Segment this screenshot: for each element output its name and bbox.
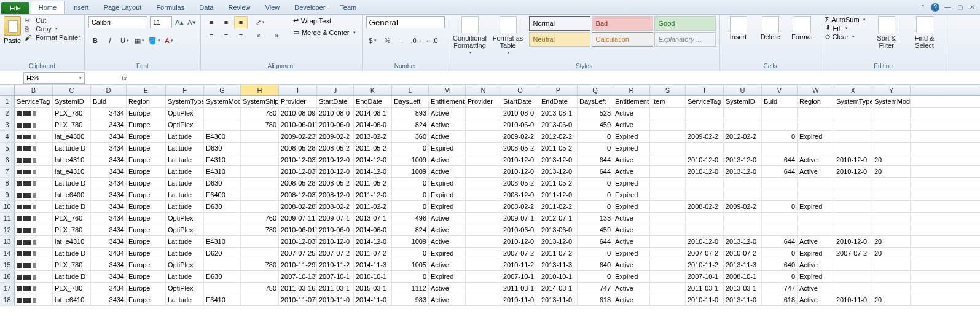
- cell[interactable]: [466, 248, 501, 259]
- cell[interactable]: Latitude: [166, 201, 204, 212]
- cell[interactable]: 20: [872, 154, 911, 165]
- cell[interactable]: [798, 224, 834, 235]
- cell[interactable]: 2010-12-0: [501, 236, 539, 247]
- cell[interactable]: [241, 189, 279, 200]
- cell[interactable]: [724, 119, 762, 130]
- cell[interactable]: 2010-12-0: [317, 236, 354, 247]
- cell[interactable]: PLX_780: [53, 283, 91, 294]
- cell[interactable]: 2013-11-3: [724, 259, 762, 270]
- cell[interactable]: 2009-07-1: [317, 213, 354, 224]
- cell[interactable]: Active: [613, 236, 650, 247]
- cell[interactable]: 747: [578, 283, 613, 294]
- header-cell[interactable]: StartDate: [317, 96, 354, 107]
- border-button[interactable]: ▦▾: [133, 34, 146, 47]
- cell[interactable]: Europe: [127, 201, 166, 212]
- cell[interactable]: 3434: [91, 213, 127, 224]
- header-cell[interactable]: ServiceTag: [15, 96, 53, 107]
- cell[interactable]: Europe: [127, 213, 166, 224]
- cell[interactable]: Latitude: [166, 248, 204, 259]
- cell[interactable]: [15, 294, 53, 305]
- column-header-C[interactable]: C: [53, 85, 91, 95]
- cell[interactable]: 2010-07-2: [724, 248, 762, 259]
- cell[interactable]: Europe: [127, 154, 166, 165]
- align-left-button[interactable]: ≡: [205, 29, 218, 42]
- cell[interactable]: 2011-05-2: [354, 143, 392, 154]
- cell[interactable]: [834, 201, 872, 212]
- increase-decimal-button[interactable]: .0→: [410, 34, 424, 47]
- cell[interactable]: [834, 108, 872, 119]
- cell[interactable]: 133: [578, 213, 613, 224]
- font-name-select[interactable]: [88, 16, 147, 28]
- cell[interactable]: Active: [613, 294, 650, 305]
- cell[interactable]: 0: [392, 248, 429, 259]
- cell[interactable]: 2011-03-1: [317, 283, 354, 294]
- cell[interactable]: 2010-11-2: [501, 259, 539, 270]
- cell[interactable]: [241, 236, 279, 247]
- merge-center-button[interactable]: ▭Merge & Center▾: [291, 28, 358, 37]
- cell[interactable]: [762, 108, 798, 119]
- cell[interactable]: 618: [578, 294, 613, 305]
- cell[interactable]: 2008-12-0: [501, 189, 539, 200]
- cell[interactable]: 2007-10-13T19:00:00: [279, 271, 317, 282]
- cell[interactable]: 644: [578, 236, 613, 247]
- cell[interactable]: 2010-11-2: [317, 259, 354, 270]
- cell[interactable]: 2009-02-2: [686, 131, 724, 142]
- cell[interactable]: E4310: [204, 166, 241, 177]
- cell[interactable]: 2008-02-28T18:00:00: [279, 201, 317, 212]
- cell[interactable]: 2010-12-0: [686, 236, 724, 247]
- cell[interactable]: [466, 259, 501, 270]
- cell[interactable]: 2008-02-2: [317, 201, 354, 212]
- cell[interactable]: Active: [429, 283, 466, 294]
- cell[interactable]: 0: [762, 131, 798, 142]
- column-header-R[interactable]: R: [613, 85, 650, 95]
- cell[interactable]: 0: [762, 271, 798, 282]
- header-cell[interactable]: SystemShip: [241, 96, 279, 107]
- row-header[interactable]: 5: [0, 143, 15, 154]
- cell[interactable]: 0: [762, 201, 798, 212]
- cell[interactable]: PLX_780: [53, 259, 91, 270]
- cell[interactable]: 1112: [392, 283, 429, 294]
- cell[interactable]: 2010-10-1: [354, 271, 392, 282]
- cell[interactable]: Europe: [127, 119, 166, 130]
- cell[interactable]: 2010-11-0: [686, 294, 724, 305]
- row-header[interactable]: 8: [0, 178, 15, 189]
- help-icon[interactable]: ?: [931, 3, 939, 12]
- cell[interactable]: 640: [762, 259, 798, 270]
- cell[interactable]: [466, 143, 501, 154]
- cell[interactable]: 2009-02-2: [317, 131, 354, 142]
- cell[interactable]: [762, 178, 798, 189]
- cell[interactable]: Active: [429, 213, 466, 224]
- cell[interactable]: [15, 224, 53, 235]
- header-cell[interactable]: DaysLeft: [392, 96, 429, 107]
- cell[interactable]: 2013-08-1: [539, 108, 578, 119]
- cell[interactable]: 360: [392, 131, 429, 142]
- header-cell[interactable]: ServiceTag: [686, 96, 724, 107]
- cell[interactable]: PLX_760: [53, 213, 91, 224]
- cell[interactable]: 0: [578, 271, 613, 282]
- cell[interactable]: E4310: [204, 154, 241, 165]
- cell[interactable]: [466, 201, 501, 212]
- header-cell[interactable]: StartDate: [501, 96, 539, 107]
- cell[interactable]: Active: [613, 213, 650, 224]
- cell[interactable]: E4300: [204, 131, 241, 142]
- cell[interactable]: Active: [429, 259, 466, 270]
- cell[interactable]: [204, 283, 241, 294]
- header-cell[interactable]: Entitlement: [429, 96, 466, 107]
- cell[interactable]: [650, 154, 686, 165]
- cell[interactable]: Active: [429, 119, 466, 130]
- column-header-S[interactable]: S: [650, 85, 686, 95]
- spreadsheet-grid[interactable]: BCDEFGHIJKLMNOPQRSTUVWXY 1ServiceTagSyst…: [0, 85, 980, 306]
- column-header-M[interactable]: M: [429, 85, 466, 95]
- cell[interactable]: [834, 283, 872, 294]
- cell[interactable]: Latitude: [166, 154, 204, 165]
- cell[interactable]: 2015-03-1: [354, 283, 392, 294]
- tab-team[interactable]: Team: [332, 1, 364, 14]
- cell[interactable]: [872, 131, 911, 142]
- cell[interactable]: Expired: [798, 271, 834, 282]
- tab-pagelayout[interactable]: Page Layout: [96, 1, 149, 14]
- cell[interactable]: [15, 154, 53, 165]
- cell[interactable]: 644: [762, 166, 798, 177]
- cell[interactable]: 2010-06-0: [317, 224, 354, 235]
- row-header[interactable]: 18: [0, 294, 15, 305]
- cell[interactable]: [762, 213, 798, 224]
